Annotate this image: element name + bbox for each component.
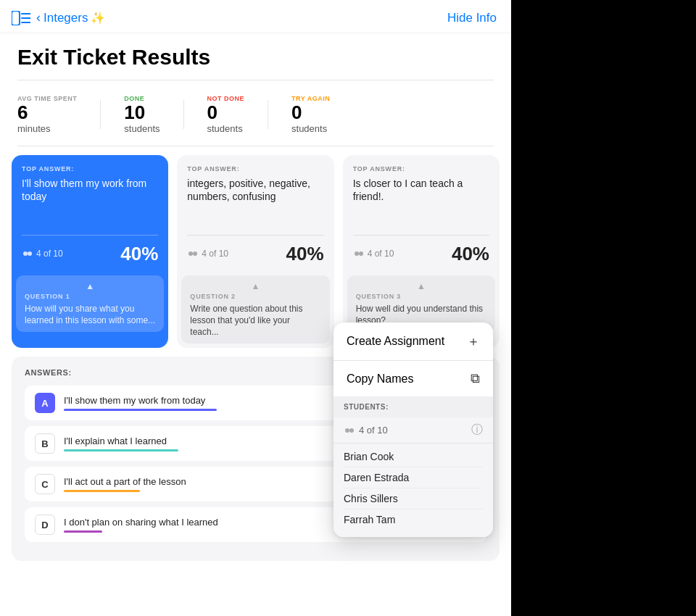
q3-percent: 40% bbox=[452, 243, 489, 265]
q2-top-answer-label: TOP ANSWER: bbox=[187, 165, 323, 172]
answer-letter-a: A bbox=[35, 393, 55, 413]
copy-names-label: Copy Names bbox=[347, 372, 413, 386]
answer-bar-b bbox=[64, 449, 178, 451]
students-label: STUDENTS: bbox=[344, 403, 389, 411]
q1-count: 4 of 10 bbox=[22, 249, 63, 259]
create-assignment-label: Create Assignment bbox=[347, 335, 444, 348]
svg-point-9 bbox=[359, 251, 363, 256]
q2-text: Write one question about this lesson tha… bbox=[190, 303, 320, 338]
q1-num-label: QUESTION 1 bbox=[25, 293, 155, 300]
q2-percent: 40% bbox=[286, 243, 324, 265]
students-count-row: 4 of 10 ⓘ bbox=[334, 417, 493, 444]
question-card-2[interactable]: TOP ANSWER: integers, positive, negative… bbox=[177, 155, 334, 349]
q1-top-answer-label: TOP ANSWER: bbox=[22, 165, 158, 172]
stat-done: DONE 10 students bbox=[124, 95, 160, 134]
right-dark-panel bbox=[511, 0, 696, 616]
student-name-3: Chris Sillers bbox=[344, 488, 483, 509]
title-divider bbox=[17, 80, 494, 80]
answer-bar-d bbox=[64, 530, 102, 533]
stat-notdone: NOT DONE 0 students bbox=[207, 95, 245, 134]
done-unit: students bbox=[124, 123, 160, 134]
q3-card-stats: 4 of 10 40% bbox=[343, 236, 500, 272]
q3-chevron-icon: ▲ bbox=[356, 281, 486, 293]
student-name-1: Brian Cook bbox=[344, 446, 483, 467]
student-name-2: Daren Estrada bbox=[344, 467, 483, 488]
students-count: 4 of 10 bbox=[344, 425, 388, 436]
svg-point-11 bbox=[349, 428, 354, 433]
stat-separator-1 bbox=[100, 100, 101, 129]
question-card-1[interactable]: TOP ANSWER: I'll show them my work from … bbox=[12, 155, 168, 349]
svg-rect-0 bbox=[12, 11, 20, 25]
back-button[interactable]: ‹ Integers ✨ bbox=[36, 10, 105, 25]
answer-letter-b: B bbox=[35, 433, 55, 454]
main-panel: ‹ Integers ✨ Hide Info Exit Ticket Resul… bbox=[0, 0, 511, 616]
stat-avg-time: AVG TIME SPENT 6 minutes bbox=[17, 95, 77, 134]
top-nav: ‹ Integers ✨ Hide Info bbox=[0, 0, 511, 33]
stat-separator-2 bbox=[183, 100, 184, 129]
q1-card-bottom: ▲ QUESTION 1 How will you share what you… bbox=[16, 275, 164, 332]
context-menu-popup: Create Assignment ＋ Copy Names ⧉ STUDENT… bbox=[334, 322, 493, 537]
students-info-icon: ⓘ bbox=[471, 423, 483, 438]
hide-info-button[interactable]: Hide Info bbox=[447, 11, 497, 25]
nav-left: ‹ Integers ✨ bbox=[12, 10, 105, 25]
q2-card-bottom: ▲ QUESTION 2 Write one question about th… bbox=[181, 275, 329, 344]
stat-separator-3 bbox=[268, 100, 268, 129]
card-top-1: TOP ANSWER: I'll show them my work from … bbox=[12, 155, 168, 235]
answer-letter-d: D bbox=[35, 515, 55, 535]
done-value: 10 bbox=[124, 102, 160, 123]
back-label: Integers bbox=[44, 11, 88, 25]
q2-count: 4 of 10 bbox=[187, 249, 228, 259]
copy-icon: ⧉ bbox=[471, 371, 480, 386]
q2-top-answer-text: integers, positive, negative, numbers, c… bbox=[187, 177, 323, 204]
plus-icon: ＋ bbox=[467, 333, 480, 350]
answer-bar-c bbox=[64, 490, 140, 492]
q2-num-label: QUESTION 2 bbox=[190, 293, 320, 300]
card-top-3: TOP ANSWER: Is closer to I can teach a f… bbox=[343, 155, 500, 235]
answer-bar-a bbox=[64, 409, 217, 411]
notdone-value: 0 bbox=[207, 102, 245, 123]
svg-point-10 bbox=[345, 428, 349, 433]
card-top-2: TOP ANSWER: integers, positive, negative… bbox=[177, 155, 334, 235]
copy-names-item[interactable]: Copy Names ⧉ bbox=[334, 361, 493, 396]
q3-num-label: QUESTION 3 bbox=[356, 293, 486, 300]
stats-row: AVG TIME SPENT 6 minutes DONE 10 student… bbox=[0, 86, 511, 143]
answer-letter-c: C bbox=[35, 474, 55, 494]
back-chevron-icon: ‹ bbox=[36, 10, 41, 25]
avg-time-value: 6 bbox=[17, 102, 77, 123]
students-list: Brian Cook Daren Estrada Chris Sillers F… bbox=[334, 444, 493, 537]
q2-chevron-icon: ▲ bbox=[190, 281, 320, 293]
students-subpanel: STUDENTS: 4 of 10 ⓘ Brian Cook Daren Est… bbox=[334, 396, 493, 537]
q1-top-answer-text: I'll show them my work from today bbox=[22, 177, 158, 204]
stats-divider bbox=[17, 146, 494, 146]
student-name-4: Farrah Tam bbox=[344, 509, 483, 530]
q3-count: 4 of 10 bbox=[353, 249, 394, 259]
q2-card-stats: 4 of 10 40% bbox=[177, 236, 334, 272]
svg-point-6 bbox=[188, 251, 193, 256]
stat-tryagain: TRY AGAIN 0 students bbox=[291, 95, 330, 134]
q1-card-stats: 4 of 10 40% bbox=[12, 236, 168, 272]
q1-percent: 40% bbox=[120, 243, 158, 265]
sidebar-toggle-icon[interactable] bbox=[12, 11, 30, 25]
tryagain-unit: students bbox=[291, 123, 330, 134]
q3-top-answer-text: Is closer to I can teach a friend!. bbox=[353, 177, 489, 204]
notdone-unit: students bbox=[207, 123, 245, 134]
svg-point-8 bbox=[355, 251, 359, 256]
tryagain-value: 0 bbox=[291, 102, 330, 123]
sparkle-icon: ✨ bbox=[91, 11, 105, 25]
q1-text: How will you share what you learned in t… bbox=[25, 303, 155, 326]
create-assignment-item[interactable]: Create Assignment ＋ bbox=[334, 322, 493, 360]
questions-row: TOP ANSWER: I'll show them my work from … bbox=[0, 155, 511, 349]
page-title: Exit Ticket Results bbox=[0, 33, 511, 74]
question-card-3[interactable]: TOP ANSWER: Is closer to I can teach a f… bbox=[343, 155, 500, 349]
svg-point-4 bbox=[23, 251, 28, 256]
avg-time-unit: minutes bbox=[17, 123, 77, 134]
q1-chevron-icon: ▲ bbox=[25, 281, 155, 293]
svg-point-5 bbox=[28, 251, 32, 256]
svg-point-7 bbox=[193, 251, 197, 256]
q3-top-answer-label: TOP ANSWER: bbox=[353, 165, 489, 172]
